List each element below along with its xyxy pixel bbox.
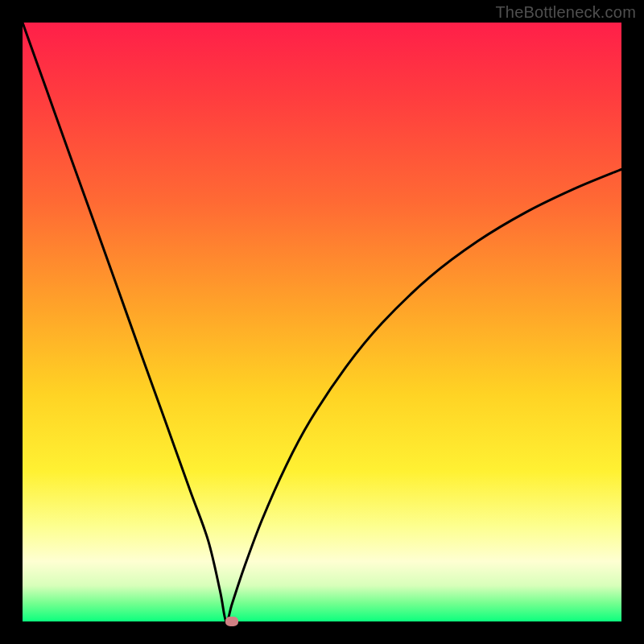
vertex-marker [225,617,238,626]
plot-area [23,23,621,621]
watermark: TheBottleneck.com [495,3,636,22]
chart-frame: TheBottleneck.com [0,0,644,644]
bottleneck-curve [23,23,621,621]
